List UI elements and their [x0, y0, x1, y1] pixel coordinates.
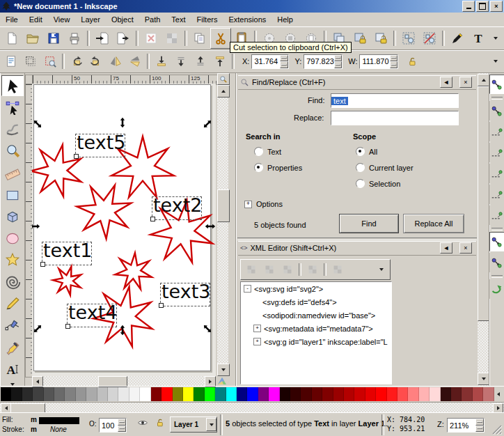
palette-swatch[interactable] — [33, 387, 43, 401]
open-button[interactable] — [22, 28, 43, 49]
select-all-button[interactable] — [1, 52, 21, 71]
palette-swatch[interactable] — [11, 387, 22, 401]
xml-tree-row[interactable]: <svg:defs id="defs4"> — [241, 295, 391, 309]
palette-swatch[interactable] — [430, 387, 440, 401]
scroll-down-button[interactable] — [217, 364, 230, 376]
new-text-node-button[interactable] — [260, 260, 278, 279]
maximize-button[interactable] — [476, 1, 489, 12]
palette-swatch[interactable] — [269, 387, 279, 401]
snap-bbox-button[interactable] — [489, 101, 504, 120]
palette-swatch[interactable] — [151, 387, 162, 401]
tool-star-button[interactable] — [1, 249, 24, 270]
stroke-value[interactable]: None — [50, 426, 67, 433]
tool-text-button[interactable]: A — [1, 359, 24, 380]
close-button[interactable]: × — [490, 1, 503, 12]
palette-scroll-thumb[interactable] — [10, 403, 45, 413]
layer-lock-button[interactable] — [155, 416, 165, 428]
snap-grid-guides-button[interactable] — [489, 253, 504, 272]
palette-swatch[interactable] — [333, 387, 344, 401]
palette-swatch[interactable] — [162, 387, 172, 401]
palette-swatch[interactable] — [397, 387, 408, 401]
export-button[interactable] — [113, 28, 134, 49]
opacity-spinner[interactable] — [118, 419, 126, 432]
star-shape[interactable] — [77, 185, 132, 239]
tool-calligraphy-button[interactable] — [1, 336, 24, 357]
fill-swatch[interactable] — [39, 417, 79, 424]
new-element-node-button[interactable] — [242, 260, 260, 279]
palette-swatch[interactable] — [441, 387, 451, 401]
scroll-up-button[interactable] — [217, 85, 230, 98]
w-spinner[interactable] — [390, 55, 397, 68]
select-all-layers-button[interactable] — [21, 52, 40, 71]
radio-selection[interactable]: Selection — [356, 179, 400, 188]
scroll-left-button[interactable] — [1, 403, 11, 413]
palette-swatch[interactable] — [237, 387, 247, 401]
scale-handle-arrow[interactable] — [202, 323, 213, 334]
cut-button[interactable] — [210, 28, 231, 49]
palette-swatch[interactable] — [419, 387, 430, 401]
close-panel-button[interactable]: × — [459, 77, 472, 88]
menu-filters[interactable]: Filters — [191, 13, 223, 26]
snap-bbox-corners-button[interactable] — [489, 143, 504, 162]
palette-swatch[interactable] — [1, 387, 11, 401]
menu-extensions[interactable]: Extensions — [223, 13, 271, 26]
text-object-text4[interactable]: text4 — [67, 304, 117, 327]
palette-swatch[interactable] — [322, 387, 333, 401]
zoom-field[interactable]: 211% — [447, 418, 485, 433]
palette-swatch[interactable] — [301, 387, 311, 401]
star-shape[interactable] — [32, 145, 81, 196]
star-shape[interactable] — [53, 267, 81, 295]
tool-spiral-button[interactable] — [1, 272, 24, 293]
zoom-1-1-button[interactable] — [217, 73, 230, 85]
tool-measure-button[interactable] — [1, 162, 24, 183]
palette-swatch[interactable] — [376, 387, 386, 401]
palette-swatch[interactable] — [408, 387, 418, 401]
undock-panel-button[interactable]: ◄ — [440, 77, 452, 88]
resize-grip[interactable] — [491, 424, 503, 435]
w-field[interactable]: 111.870 — [359, 54, 398, 69]
xml-tree-row[interactable]: <sodipodi:namedview id="base"> — [241, 309, 391, 322]
palette-swatch[interactable] — [76, 387, 86, 401]
redo-button[interactable] — [162, 28, 182, 49]
tool-tweak-button[interactable] — [1, 119, 24, 140]
canvas-hscrollbar[interactable] — [32, 376, 216, 386]
rotate-ccw-button[interactable] — [67, 52, 86, 71]
fill-stroke-dialog-button[interactable] — [447, 28, 468, 49]
duplicate-node-button[interactable] — [278, 260, 297, 279]
palette-swatch[interactable] — [97, 387, 108, 401]
palette-swatch[interactable] — [483, 387, 494, 401]
print-button[interactable] — [64, 28, 85, 49]
snap-global-button[interactable] — [489, 75, 504, 94]
deselect-button[interactable] — [40, 52, 60, 71]
radio-all[interactable]: All — [356, 147, 377, 156]
find-button[interactable]: Find — [339, 214, 399, 233]
palette-swatch[interactable] — [65, 387, 75, 401]
xml-tree-row[interactable]: -<svg:svg id="svg2"> — [241, 282, 391, 295]
options-expander[interactable]: + Options — [244, 200, 283, 208]
palette-swatch[interactable] — [183, 387, 194, 401]
menu-file[interactable]: File — [0, 13, 24, 26]
import-button[interactable] — [92, 28, 113, 49]
palette-swatch[interactable] — [118, 387, 129, 401]
expand-icon[interactable]: + — [253, 325, 261, 332]
scale-handle-arrow[interactable] — [205, 221, 216, 232]
drawing-viewport[interactable]: text5text2text1text3text4 — [32, 84, 216, 376]
undock-panel-button[interactable]: ◄ — [440, 242, 452, 254]
palette-swatch[interactable] — [226, 387, 237, 401]
palette-swatch[interactable] — [354, 387, 365, 401]
palette-swatch[interactable] — [215, 387, 226, 401]
star-shape[interactable] — [115, 253, 152, 289]
tool-node-button[interactable] — [1, 97, 24, 118]
palette-swatch[interactable] — [280, 387, 290, 401]
palette-more-button[interactable] — [494, 387, 503, 401]
text-object-text3[interactable]: text3 — [160, 283, 210, 306]
tool-pen-button[interactable] — [1, 315, 24, 336]
palette-swatch[interactable] — [86, 387, 97, 401]
toolbar-overflow-button[interactable] — [489, 28, 503, 49]
zoom-spinner[interactable] — [475, 419, 484, 432]
palette-swatch[interactable] — [54, 387, 65, 401]
close-panel-button[interactable]: × — [459, 242, 472, 254]
layer-visibility-button[interactable] — [136, 417, 149, 428]
opacity-field[interactable]: 100 — [99, 418, 127, 433]
snap-object-centers-button[interactable] — [489, 205, 504, 225]
